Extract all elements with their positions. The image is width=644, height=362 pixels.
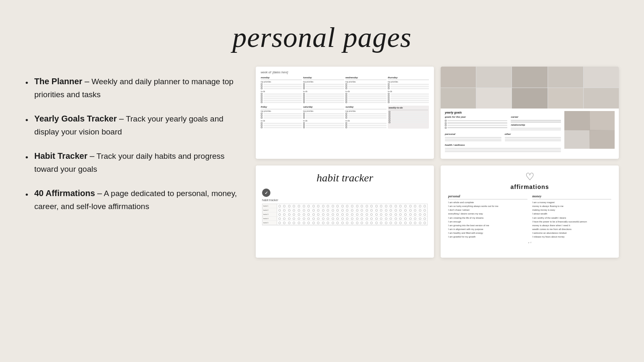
planner-day-col: saturday top priorities to-do (303, 106, 344, 129)
habit-circle (422, 213, 427, 216)
habit-circle (413, 204, 418, 207)
priority-label: top priorities (345, 81, 387, 83)
habit-circle (350, 217, 355, 220)
priority-label: top priorities (303, 81, 344, 83)
habit-circle (277, 217, 282, 220)
habit-circle (389, 204, 394, 207)
planner-day-label: weekly-to-do (389, 106, 428, 110)
affirmation-item: I don't chase I attract (448, 209, 527, 212)
habit-circle (364, 217, 369, 220)
habit-circle (374, 204, 379, 207)
content-area: • The Planner – Weekly and daily planner… (0, 67, 644, 258)
habit-label: habit 3 (262, 212, 277, 216)
habit-circle (408, 209, 413, 212)
habit-circle (296, 221, 301, 224)
habit-row: habit 3 (262, 212, 427, 217)
habit-circle (345, 221, 350, 224)
bullet-text-affirm: 40 Affirmations – A page dedicated to pe… (34, 187, 239, 212)
habit-circle (296, 213, 301, 216)
habit-row: habit 5 (262, 221, 427, 225)
planner-bottom-grid: friday top priorities to-do saturday top… (261, 106, 429, 129)
vision-bottom-section: yearly goals goals for the year career (441, 109, 619, 155)
habit-circles (277, 208, 427, 212)
habit-circle (384, 213, 389, 216)
habit-circle (374, 209, 379, 212)
priority-label: top priorities (388, 81, 429, 83)
habit-circle (408, 204, 413, 207)
page-title: personal pages (232, 21, 412, 54)
habit-circle (369, 209, 374, 212)
habit-circle (306, 217, 311, 220)
habit-row: habit 2 (262, 208, 427, 212)
bullet-text-goals: Yearly Goals Tracker – Track your yearly… (34, 112, 239, 138)
list-item: • Yearly Goals Tracker – Track your year… (25, 112, 239, 138)
habit-circle (321, 209, 326, 212)
habit-circle (398, 204, 403, 207)
habit-circle (316, 221, 321, 224)
affirmation-item: I am in alignment with my purpose (448, 228, 527, 231)
other-goals: other (505, 133, 561, 142)
affirmation-item: everything I desire comes my way (448, 212, 527, 215)
habit-circle (413, 209, 418, 212)
dash: – (95, 189, 102, 198)
habit-circle (359, 217, 364, 220)
money-column-title: money (532, 194, 612, 199)
habit-circle (413, 217, 418, 220)
habit-circle (422, 209, 427, 212)
habit-circle (287, 217, 292, 220)
habit-grid-wrapper: habit 1 habit 2 habit 3 (262, 204, 428, 225)
todo-label: to-do (303, 120, 344, 122)
affirmations-title: affirmations (448, 184, 611, 190)
affirmation-item: money is always there when I need it (532, 224, 612, 227)
habit-circle (325, 217, 330, 220)
section-title: other (505, 133, 561, 135)
yearly-goals-title: yearly goals (445, 111, 561, 114)
habit-circle (325, 209, 330, 212)
habit-circle (316, 217, 321, 220)
habit-circle (384, 209, 389, 212)
todo-label: to-do (261, 120, 302, 122)
habit-label: habit 2 (262, 208, 277, 212)
habit-circle (379, 209, 384, 212)
habit-circle (277, 204, 282, 207)
planner-day-label: sunday (345, 106, 387, 109)
habit-circle (282, 204, 287, 207)
list-item: • Habit Tracker – Track your daily habit… (25, 150, 239, 175)
habit-circle (282, 221, 287, 224)
habit-circle (359, 209, 364, 212)
habit-circle (384, 217, 389, 220)
planner-day-label: monday (261, 76, 302, 80)
habit-circle (393, 213, 398, 216)
affirmation-item: I am growing into the best version of me (448, 224, 527, 227)
habit-circle (364, 221, 369, 224)
feature-name: 40 Affirmations (34, 189, 95, 198)
habit-circle (398, 221, 403, 224)
habit-circle (282, 213, 287, 216)
habit-circle (325, 204, 330, 207)
priority-label: top priorities (261, 81, 302, 83)
habit-circle (364, 204, 369, 207)
habit-circle (316, 213, 321, 216)
bullet-dot: • (25, 113, 29, 127)
habit-circle (321, 213, 326, 216)
habit-circle (306, 213, 311, 216)
feature-name: The Planner (34, 77, 82, 86)
habit-circle (345, 209, 350, 212)
affirmations-preview-card: ♡ affirmations personal I am whole and c… (441, 165, 619, 258)
habit-circle (364, 209, 369, 212)
vision-goals-col: yearly goals goals for the year career (445, 111, 561, 153)
habit-circle (350, 213, 355, 216)
vision-photo (476, 67, 512, 88)
habit-circle (350, 204, 355, 207)
habit-circle (292, 217, 297, 220)
habit-circles (277, 212, 427, 216)
affirmations-columns: personal I am whole and complete I am so… (448, 194, 611, 239)
habit-circle (418, 221, 423, 224)
affirmation-item: wealth comes to me from all directions (532, 228, 612, 231)
habit-circle (345, 213, 350, 216)
habit-circle (403, 217, 408, 220)
habit-circle (355, 221, 360, 224)
habit-tracker-grid: habit 1 habit 2 habit 3 (262, 204, 428, 225)
vision-photo (584, 67, 619, 88)
collage-cell (564, 130, 589, 149)
